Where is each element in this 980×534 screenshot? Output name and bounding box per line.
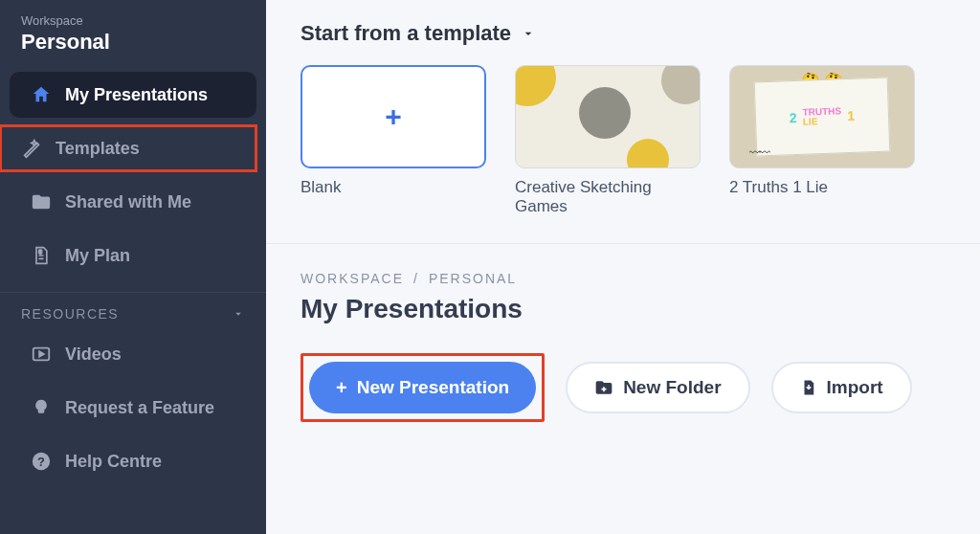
import-icon <box>800 378 817 397</box>
sidebar-item-videos[interactable]: Videos <box>10 331 256 377</box>
lightbulb-icon <box>31 397 52 418</box>
breadcrumb-root[interactable]: WORKSPACE <box>301 271 404 286</box>
sidebar-item-label: Request a Feature <box>65 398 214 418</box>
decorative-shape <box>661 65 701 104</box>
help-icon: ? <box>31 451 52 472</box>
templates-section: Start from a template + Blank Creative <box>266 0 980 244</box>
main: Start from a template + Blank Creative <box>266 0 980 534</box>
button-label: New Folder <box>623 377 721 398</box>
chevron-down-icon <box>521 26 536 41</box>
templates-row: + Blank Creative Sketching Games 🤔 🤔 2 <box>301 65 946 216</box>
templates-header[interactable]: Start from a template <box>301 21 946 46</box>
decorative-card: 2 TRUTHSLIE 1 <box>754 78 891 157</box>
template-card-creative-sketching[interactable]: Creative Sketching Games <box>515 65 701 216</box>
template-caption: Creative Sketching Games <box>515 178 701 216</box>
template-caption: Blank <box>301 178 486 197</box>
sidebar-item-label: Videos <box>65 345 122 365</box>
wand-icon <box>21 138 42 159</box>
template-card-2-truths-1-lie[interactable]: 🤔 🤔 2 TRUTHSLIE 1 〰〰 2 Truths 1 Lie <box>729 65 915 216</box>
plus-icon: + <box>385 100 402 133</box>
sidebar-item-request-feature[interactable]: Request a Feature <box>10 385 256 431</box>
decorative-shape: 〰〰 <box>749 146 768 160</box>
invoice-icon: $ <box>31 245 52 266</box>
breadcrumb: WORKSPACE / PERSONAL <box>301 271 946 286</box>
breadcrumb-sep: / <box>413 271 419 286</box>
template-thumb[interactable]: + <box>301 65 486 168</box>
sidebar-item-templates[interactable]: Templates <box>0 125 256 171</box>
resources-header-label: RESOURCES <box>21 306 119 322</box>
action-row: + New Presentation New Folder Import <box>301 353 946 422</box>
button-label: Import <box>827 377 883 398</box>
sidebar-item-my-plan[interactable]: $ My Plan <box>10 233 256 278</box>
workspace-label: Workspace <box>21 13 245 28</box>
sidebar-item-label: My Plan <box>65 246 130 266</box>
workspace-name: Personal <box>21 30 245 55</box>
play-icon <box>31 344 52 365</box>
template-thumb[interactable] <box>515 65 701 168</box>
new-folder-button[interactable]: New Folder <box>566 362 749 413</box>
sidebar-item-shared-with-me[interactable]: Shared with Me <box>10 179 256 225</box>
svg-text:$: $ <box>39 249 43 255</box>
workspace-block: Workspace Personal <box>0 13 266 68</box>
sidebar-item-label: My Presentations <box>65 85 208 105</box>
svg-text:?: ? <box>37 455 45 469</box>
template-thumb[interactable]: 🤔 🤔 2 TRUTHSLIE 1 〰〰 <box>729 65 915 168</box>
import-button[interactable]: Import <box>771 362 912 413</box>
folder-shared-icon <box>31 191 52 212</box>
sidebar-item-label: Templates <box>56 139 140 159</box>
home-icon <box>31 84 52 105</box>
template-caption: 2 Truths 1 Lie <box>729 178 915 197</box>
new-presentation-button[interactable]: + New Presentation <box>309 362 536 413</box>
resources-header[interactable]: RESOURCES <box>0 297 266 327</box>
sidebar-item-label: Shared with Me <box>65 192 191 212</box>
divider <box>0 292 266 293</box>
template-card-blank[interactable]: + Blank <box>301 65 486 216</box>
button-label: New Presentation <box>357 377 509 398</box>
sidebar-item-label: Help Centre <box>65 452 162 472</box>
content-section: WORKSPACE / PERSONAL My Presentations + … <box>266 244 980 449</box>
decorative-shape <box>515 65 556 106</box>
page-title: My Presentations <box>301 294 946 324</box>
decorative-shape <box>627 139 669 168</box>
sidebar-item-my-presentations[interactable]: My Presentations <box>10 72 256 118</box>
templates-header-label: Start from a template <box>301 21 511 46</box>
folder-plus-icon <box>594 378 613 397</box>
sidebar-item-help-centre[interactable]: ? Help Centre <box>10 438 256 484</box>
chevron-down-icon <box>232 307 245 321</box>
breadcrumb-leaf[interactable]: PERSONAL <box>429 271 517 286</box>
decorative-shape <box>579 87 631 139</box>
sidebar: Workspace Personal My Presentations Temp… <box>0 0 266 534</box>
highlight-box: + New Presentation <box>301 353 545 422</box>
plus-icon: + <box>336 377 347 399</box>
